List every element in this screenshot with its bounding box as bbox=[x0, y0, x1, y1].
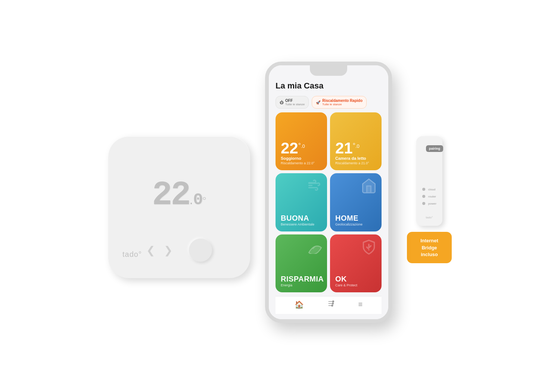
qualita-label: BUONA bbox=[281, 214, 322, 223]
phone-notch bbox=[310, 65, 347, 76]
thermostat-display: 22 . 0 ° bbox=[152, 176, 206, 214]
soggiorno-name: Soggiorno bbox=[281, 156, 322, 161]
led-cloud: cloud bbox=[422, 188, 435, 191]
chevron-up-icon[interactable]: ❯ bbox=[164, 244, 172, 256]
room-tiles-grid: 22°.0 Soggiorno Riscaldamento a 22.0° 21… bbox=[276, 112, 382, 292]
phone-screen: La mia Casa ⏻ OFF Tutte le stanze 🚀 bbox=[269, 65, 388, 319]
cloud-label: cloud bbox=[428, 188, 435, 191]
risparmia-label: RISPARMIA bbox=[281, 275, 322, 283]
svg-point-4 bbox=[332, 303, 333, 304]
cloud-led bbox=[422, 188, 425, 191]
careprotect-desc: Care & Protect bbox=[335, 283, 376, 287]
router-led bbox=[422, 195, 425, 198]
svg-point-3 bbox=[332, 301, 334, 302]
soggiorno-desc: Riscaldamento a 22.0° bbox=[281, 161, 322, 165]
svg-point-5 bbox=[332, 305, 333, 307]
bridge-leds: cloud router power bbox=[422, 188, 436, 205]
quick-actions-bar: ⏻ OFF Tutte le stanze 🚀 Riscaldamento Ra… bbox=[276, 96, 382, 109]
bridge-tag-text: Internet Bridge incluso bbox=[420, 238, 438, 258]
led-router: router bbox=[422, 195, 436, 198]
thermostat-decimal: 0 bbox=[193, 190, 201, 209]
careprotect-label: OK bbox=[335, 275, 376, 283]
phone-device: La mia Casa ⏻ OFF Tutte le stanze 🚀 bbox=[265, 62, 392, 323]
off-sub: Tutte le stanze bbox=[285, 103, 305, 106]
camera-desc: Riscaldamento a 21.0° bbox=[335, 161, 376, 165]
nav-menu-icon[interactable]: ≡ bbox=[358, 300, 363, 309]
app-content: La mia Casa ⏻ OFF Tutte le stanze 🚀 bbox=[269, 65, 388, 319]
qualita-desc: Benessere Ambientale bbox=[281, 223, 322, 226]
router-label: router bbox=[428, 195, 436, 198]
tile-careprotect[interactable]: OK Care & Protect bbox=[330, 234, 382, 292]
off-label: OFF bbox=[285, 99, 293, 103]
thermostat-degree: ° bbox=[202, 195, 206, 207]
off-button-content: OFF Tutte le stanze bbox=[285, 99, 305, 106]
bridge-brand-label: tado° bbox=[426, 216, 433, 219]
nav-settings-icon[interactable] bbox=[327, 299, 335, 309]
chevron-down-icon[interactable]: ❮ bbox=[146, 244, 155, 256]
camera-temp: 21°.0 bbox=[335, 140, 376, 156]
power-label: power bbox=[428, 202, 436, 205]
off-icon: ⏻ bbox=[280, 100, 283, 105]
phone-frame: La mia Casa ⏻ OFF Tutte le stanze 🚀 bbox=[265, 62, 392, 323]
tile-home[interactable]: HOME Geolocalizzazione bbox=[330, 173, 382, 231]
bottom-nav: 🏠 ≡ bbox=[276, 296, 382, 314]
soggiorno-temp: 22°.0 bbox=[281, 140, 322, 156]
home-icon bbox=[361, 178, 377, 197]
thermostat-dot: . bbox=[189, 192, 193, 208]
thermostat-temperature: 22 bbox=[152, 176, 189, 214]
bridge-unit: pairing cloud router power tado° bbox=[416, 136, 442, 226]
rapid-sub: Tutte le stanze bbox=[322, 103, 363, 106]
bridge-tag: Internet Bridge incluso bbox=[407, 232, 452, 264]
thermostat-device: 22 . 0 ° tado° ❮ ❯ bbox=[108, 136, 250, 278]
tile-camera[interactable]: 21°.0 Camera da letto Riscaldamento a 21… bbox=[330, 112, 382, 170]
home-desc: Geolocalizzazione bbox=[335, 223, 376, 226]
main-scene: 22 . 0 ° tado° ❮ ❯ La mia Casa ⏻ bbox=[19, 13, 541, 379]
shield-icon bbox=[361, 239, 377, 258]
rapid-heating-button[interactable]: 🚀 Riscaldamento Rapido Tutte le stanze bbox=[312, 96, 367, 109]
rocket-icon: 🚀 bbox=[316, 100, 320, 105]
tile-risparmia[interactable]: RISPARMIA Energia bbox=[276, 234, 327, 292]
bridge-device: pairing cloud router power tado° Interne… bbox=[407, 136, 452, 264]
thermostat-action-button[interactable] bbox=[189, 239, 212, 262]
thermostat-controls: ❮ ❯ bbox=[108, 239, 250, 262]
rapid-button-content: Riscaldamento Rapido Tutte le stanze bbox=[322, 99, 363, 106]
off-button[interactable]: ⏻ OFF Tutte le stanze bbox=[276, 96, 309, 109]
tile-soggiorno[interactable]: 22°.0 Soggiorno Riscaldamento a 22.0° bbox=[276, 112, 327, 170]
rapid-label: Riscaldamento Rapido bbox=[322, 99, 363, 103]
nav-home-icon[interactable]: 🏠 bbox=[295, 300, 304, 309]
tile-qualita[interactable]: BUONA Benessere Ambientale bbox=[276, 173, 327, 231]
app-title: La mia Casa bbox=[276, 81, 382, 91]
leaf-icon bbox=[308, 239, 323, 257]
power-led bbox=[422, 202, 425, 205]
led-power: power bbox=[422, 202, 436, 205]
pairing-label: pairing bbox=[426, 145, 443, 152]
wind-icon bbox=[308, 178, 323, 196]
camera-name: Camera da letto bbox=[335, 156, 376, 161]
risparmia-desc: Energia bbox=[281, 283, 322, 287]
home-label: HOME bbox=[335, 214, 376, 223]
